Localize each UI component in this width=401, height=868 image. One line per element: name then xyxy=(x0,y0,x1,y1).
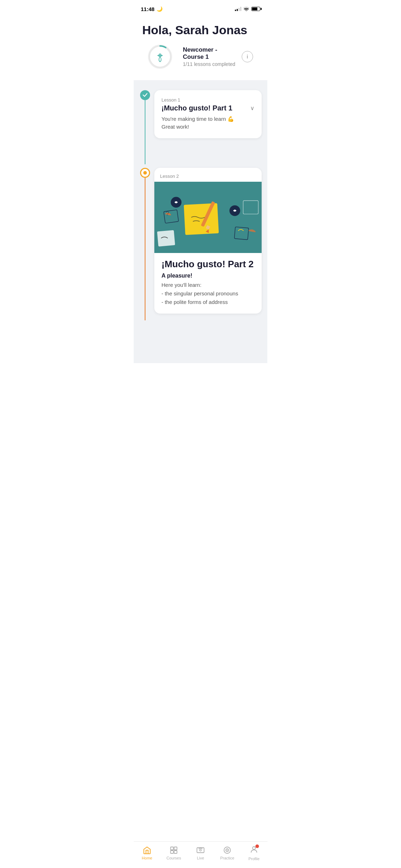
lesson-1-complete-dot xyxy=(140,90,150,100)
chevron-down-icon[interactable]: ∨ xyxy=(250,105,255,112)
lesson-2-learn-title: Here you'll learn: xyxy=(161,282,255,288)
lesson-image-svg: ? xyxy=(154,182,262,253)
status-time: 11:48 xyxy=(141,6,154,12)
lesson-2-number: Lesson 2 xyxy=(160,174,256,179)
wifi-icon xyxy=(243,7,249,11)
course-info: Newcomer - Course 1 1/11 lessons complet… xyxy=(183,46,237,67)
lesson-2-subtitle: A pleasure! xyxy=(161,273,255,279)
info-button[interactable]: i xyxy=(242,51,253,62)
course-name: Newcomer - Course 1 xyxy=(183,46,237,61)
course-lessons: 1/11 lessons completed xyxy=(183,61,237,67)
signal-icon xyxy=(235,7,241,11)
lesson-2-learn-item-1: - the singular personal pronouns xyxy=(161,289,255,298)
lesson-2-title: ¡Mucho gusto! Part 2 xyxy=(161,259,255,270)
battery-icon xyxy=(251,7,260,11)
section-divider xyxy=(134,80,267,83)
moon-icon: 🌙 xyxy=(156,6,163,12)
checkmark-icon xyxy=(143,93,148,97)
lesson-2-row: Lesson 2 xyxy=(139,164,262,320)
lesson-2-current-dot xyxy=(140,168,150,178)
lesson-2-timeline xyxy=(139,168,151,320)
lesson-2-image: ? xyxy=(154,182,262,253)
header: Hola, Sarah Jonas xyxy=(134,16,267,43)
lesson-2-learn-item-2: - the polite forms of address xyxy=(161,298,255,306)
lesson-1-title: ¡Mucho gusto! Part 1 ∨ xyxy=(161,104,255,112)
lesson-2-card[interactable]: Lesson 2 xyxy=(154,168,262,314)
lesson-1-card[interactable]: Lesson 1 ¡Mucho gusto! Part 1 ∨ You're m… xyxy=(154,90,262,138)
svg-point-0 xyxy=(149,46,171,67)
lesson-1-number: Lesson 1 xyxy=(161,97,255,103)
lesson-1-row: Lesson 1 ¡Mucho gusto! Part 1 ∨ You're m… xyxy=(139,83,262,164)
lesson-1-description: You're making time to learn 💪Great work! xyxy=(161,115,255,131)
greeting-text: Hola, Sarah Jonas xyxy=(142,23,259,37)
course-avatar xyxy=(148,45,172,69)
progress-ring xyxy=(148,45,172,69)
svg-rect-7 xyxy=(184,203,219,235)
info-icon: i xyxy=(247,54,248,60)
status-bar: 11:48 🌙 xyxy=(134,0,267,16)
current-dot-inner xyxy=(143,171,147,175)
status-icons xyxy=(235,7,260,11)
lessons-container: Lesson 1 ¡Mucho gusto! Part 1 ∨ You're m… xyxy=(134,83,267,363)
lesson-2-content: ¡Mucho gusto! Part 2 A pleasure! Here yo… xyxy=(154,253,262,314)
timeline-line-2 xyxy=(145,178,145,320)
svg-rect-15 xyxy=(157,230,175,246)
lesson-1-timeline xyxy=(139,90,151,164)
course-progress-section: Newcomer - Course 1 1/11 lessons complet… xyxy=(148,45,253,69)
timeline-line-1 xyxy=(145,100,145,164)
svg-text:?: ? xyxy=(166,210,169,217)
